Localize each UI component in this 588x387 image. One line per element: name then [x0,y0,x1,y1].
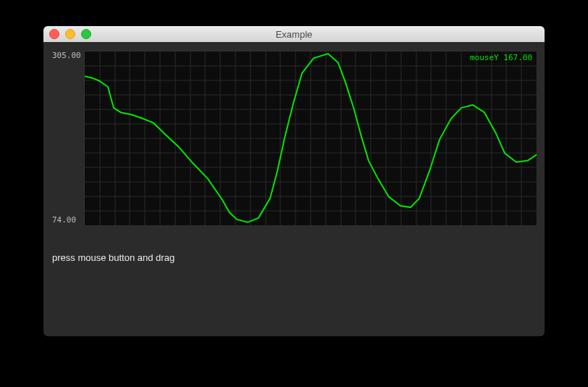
plot-panel[interactable]: 305.00 74.00 mouseY 167.00 [52,51,536,225]
grid-lines [85,51,537,225]
window-title: Example [43,29,545,40]
titlebar[interactable]: Example [43,26,545,42]
plot-canvas[interactable] [85,51,537,225]
window-controls [49,29,91,39]
minimize-icon[interactable] [65,29,75,39]
zoom-icon[interactable] [81,29,91,39]
window-content: 305.00 74.00 mouseY 167.00 press mouse b… [43,42,545,336]
close-icon[interactable] [49,29,59,39]
instructions-text: press mouse button and drag [52,252,175,263]
app-window: Example 305.00 74.00 mouseY 167.00 press… [43,26,545,336]
y-axis-min-label: 74.00 [52,215,76,225]
plot-area[interactable]: mouseY 167.00 [84,51,537,226]
mouse-readout: mouseY 167.00 [470,53,532,62]
y-axis-max-label: 305.00 [52,51,81,60]
